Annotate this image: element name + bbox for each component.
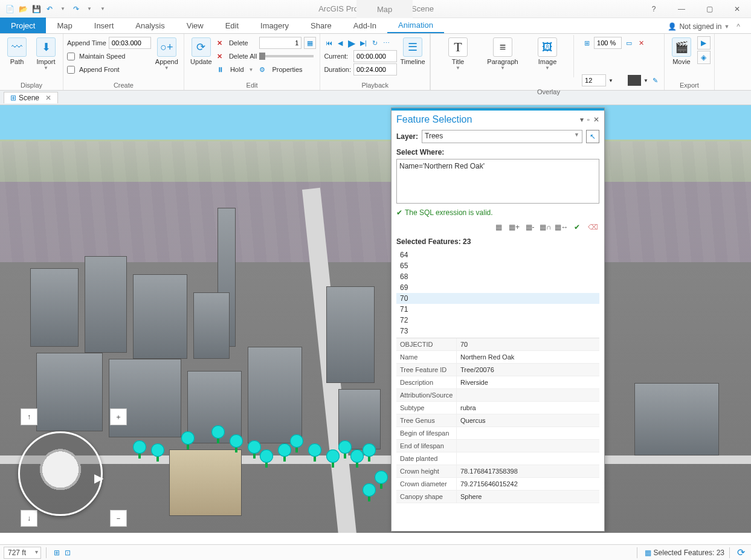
overlay-paragraph-button[interactable]: ≡Paragraph▼ xyxy=(482,35,524,71)
attr-value[interactable]: Tree/20076 xyxy=(457,364,599,376)
export-preset1-icon[interactable]: ▶ xyxy=(697,36,711,50)
feature-list-item[interactable]: 71 xyxy=(396,304,599,315)
panel-float-icon[interactable]: ▫ xyxy=(587,115,590,124)
zoom-out-button[interactable]: － xyxy=(110,510,127,527)
panel-close-icon[interactable]: ✕ xyxy=(593,115,599,124)
clear-icon[interactable]: ⌫ xyxy=(587,222,598,233)
selection-icon[interactable]: ▦ xyxy=(645,549,651,557)
select-remove-icon[interactable]: ▦- xyxy=(524,222,535,233)
export-preset2-icon[interactable]: ◈ xyxy=(697,51,711,64)
font-size-input[interactable] xyxy=(582,74,606,86)
snapping-icon[interactable]: ⊞ xyxy=(54,549,60,557)
maximize-button[interactable]: ▢ xyxy=(695,0,723,18)
overlay-remove-icon[interactable]: ▭ xyxy=(624,38,634,48)
path-button[interactable]: 〰Path xyxy=(4,35,30,65)
prev-frame-icon[interactable]: ◀ xyxy=(335,38,345,48)
overlay-zoom-input[interactable] xyxy=(594,37,622,49)
feature-list[interactable]: 6465686970717273 xyxy=(396,249,599,335)
feature-list-item[interactable]: 69 xyxy=(396,282,599,293)
new-project-icon[interactable]: 📄 xyxy=(5,4,15,14)
attr-value[interactable] xyxy=(457,427,599,439)
tab-edit[interactable]: Edit xyxy=(214,18,250,33)
where-input[interactable]: Name='Northern Red Oak' xyxy=(396,159,599,204)
select-add-icon[interactable]: ▦+ xyxy=(509,222,520,233)
select-subset-icon[interactable]: ▦∩ xyxy=(540,222,551,233)
timeline-button[interactable]: ☰Timeline xyxy=(399,35,426,65)
scale-selector[interactable]: 727 ft xyxy=(4,547,41,559)
delete-all-button[interactable]: ✕ Delete All xyxy=(217,50,257,63)
qat-customize-icon[interactable]: ▼ xyxy=(98,4,108,14)
feature-list-item[interactable]: 65 xyxy=(396,260,599,271)
scene-tab[interactable]: ⊞ Scene ✕ xyxy=(4,92,58,103)
layer-select[interactable]: Trees▼ xyxy=(422,130,582,143)
select-new-icon[interactable]: ▦ xyxy=(493,222,504,233)
overlay-title-button[interactable]: TTitle▼ xyxy=(437,35,479,71)
attr-value[interactable] xyxy=(457,452,599,465)
color-swatch[interactable] xyxy=(628,75,641,86)
attr-value[interactable]: Sphere xyxy=(457,491,599,503)
tab-insert[interactable]: Insert xyxy=(83,18,125,33)
close-button[interactable]: ✕ xyxy=(723,0,751,18)
append-button[interactable]: ○+Append▼ xyxy=(153,35,180,71)
attr-value[interactable]: 78.1768417358398 xyxy=(457,465,599,477)
attr-value[interactable]: 70 xyxy=(457,338,599,350)
help-button[interactable]: ? xyxy=(640,0,668,18)
feature-list-item[interactable]: 73 xyxy=(396,326,599,335)
signin-status[interactable]: 👤 Not signed in ▼ ^ xyxy=(657,20,751,33)
tab-addin[interactable]: Add-In xyxy=(343,18,387,33)
grid-icon[interactable]: ⊡ xyxy=(65,549,71,557)
update-button[interactable]: ⟳Update xyxy=(188,35,214,65)
append-time-input[interactable] xyxy=(109,37,151,49)
attr-value[interactable]: Northern Red Oak xyxy=(457,351,599,363)
attr-value[interactable]: Quercus xyxy=(457,414,599,426)
tab-share[interactable]: Share xyxy=(300,18,343,33)
file-tab[interactable]: Project xyxy=(0,18,46,33)
apply-icon[interactable]: ✔ xyxy=(572,222,582,233)
clear-format-icon[interactable]: ✎ xyxy=(651,76,660,85)
redo-dropdown-icon[interactable]: ▼ xyxy=(85,4,94,14)
attr-value[interactable]: rubra xyxy=(457,402,599,414)
feature-list-item[interactable]: 72 xyxy=(396,315,599,326)
hold-button[interactable]: ⏸ Hold▼ xyxy=(217,63,257,76)
loop-icon[interactable]: ↻ xyxy=(370,38,379,48)
frame-input[interactable] xyxy=(259,37,301,49)
append-front-checkbox[interactable] xyxy=(67,66,75,74)
maintain-speed-checkbox[interactable] xyxy=(67,53,75,60)
collapse-ribbon-icon[interactable]: ^ xyxy=(736,22,740,31)
refresh-icon[interactable]: ⟳ xyxy=(737,547,745,558)
feature-list-item[interactable]: 70 xyxy=(396,293,599,304)
save-icon[interactable]: 💾 xyxy=(31,4,41,14)
tab-imagery[interactable]: Imagery xyxy=(250,18,300,33)
feature-list-item[interactable]: 64 xyxy=(396,249,599,260)
nav-south-button[interactable]: ↓ xyxy=(21,510,37,527)
zoom-in-button[interactable]: ＋ xyxy=(110,408,127,425)
scene-view[interactable]: ↑ ↓ ＋ － ▶ Feature Selection ▾ ▫ ✕ Layer:… xyxy=(0,105,751,533)
overlay-delete-icon[interactable]: ✕ xyxy=(636,38,646,48)
tab-animation[interactable]: Animation xyxy=(387,18,444,33)
tab-map[interactable]: Map xyxy=(46,18,83,33)
nav-north-button[interactable]: ↑ xyxy=(21,408,37,425)
panel-options-icon[interactable]: ▾ xyxy=(580,115,584,124)
attr-value[interactable] xyxy=(457,440,599,452)
select-switch-icon[interactable]: ▦↔ xyxy=(556,222,567,233)
undo-icon[interactable]: ↶ xyxy=(45,4,54,14)
attr-value[interactable]: 79.2715646015242 xyxy=(457,478,599,490)
open-project-icon[interactable]: 📂 xyxy=(18,4,28,14)
properties-button[interactable]: ⚙ Properties xyxy=(259,63,316,76)
first-frame-icon[interactable]: ⏮ xyxy=(324,38,334,48)
attr-value[interactable]: Riverside xyxy=(457,376,599,388)
minimize-button[interactable]: — xyxy=(668,0,695,18)
delete-button[interactable]: ✕ Delete xyxy=(217,36,257,50)
tab-analysis[interactable]: Analysis xyxy=(124,18,175,33)
feature-list-item[interactable]: 68 xyxy=(396,271,599,282)
next-frame-icon[interactable]: ▶| xyxy=(358,38,368,48)
attr-value[interactable] xyxy=(457,389,599,401)
current-time-input[interactable] xyxy=(353,50,397,62)
import-button[interactable]: ⬇Import▼ xyxy=(33,35,59,71)
settings-icon[interactable]: ⋯ xyxy=(381,38,391,48)
play-icon[interactable]: ▶ xyxy=(347,38,356,48)
layer-picker-icon[interactable]: ↖ xyxy=(586,130,599,143)
overlay-group-icon[interactable]: ⊞ xyxy=(582,38,591,48)
duration-input[interactable] xyxy=(353,63,397,76)
close-tab-icon[interactable]: ✕ xyxy=(45,94,51,102)
